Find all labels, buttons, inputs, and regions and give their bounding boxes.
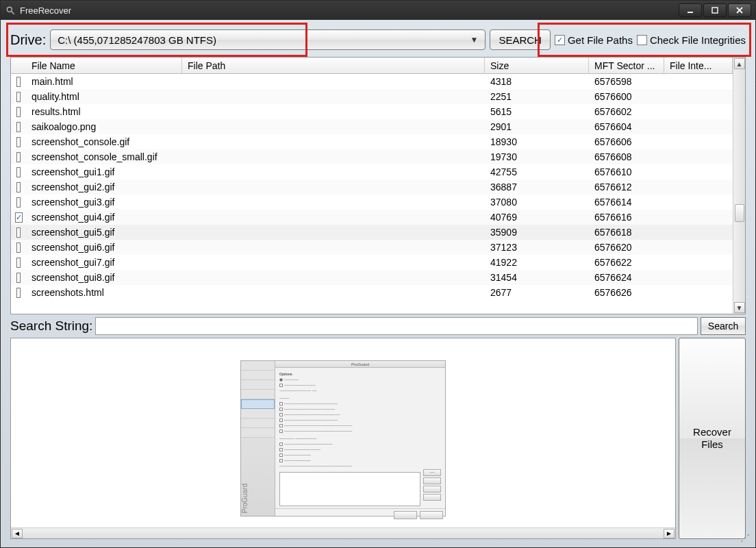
scroll-up-icon[interactable]: ▲	[734, 58, 745, 69]
table-row[interactable]: screenshot_console_small.gif197306576608	[11, 149, 733, 164]
row-checkbox[interactable]	[16, 258, 21, 268]
col-file-path[interactable]: File Path	[182, 58, 485, 73]
cell-file-name: screenshot_gui4.gif	[26, 212, 182, 223]
drive-combo[interactable]: C:\ (455,071285247803 GB NTFS) ▼	[50, 29, 486, 50]
cell-mft: 6576602	[589, 106, 664, 117]
cell-mft: 6576610	[589, 166, 664, 177]
row-checkbox[interactable]	[16, 182, 21, 192]
table-row[interactable]: screenshot_gui2.gif368876576612	[11, 179, 733, 195]
row-checkbox[interactable]	[16, 273, 21, 283]
cell-size: 37123	[485, 242, 589, 253]
row-checkbox[interactable]	[16, 122, 21, 132]
window-title: FreeRecover	[20, 5, 675, 16]
scrollbar-thumb[interactable]	[735, 204, 744, 222]
table-row[interactable]: screenshots.html26776576626	[11, 285, 733, 300]
cell-file-name: quality.html	[26, 91, 182, 102]
cell-mft: 6576604	[589, 121, 664, 132]
recover-files-button[interactable]: Recover Files	[679, 338, 746, 539]
cell-file-name: screenshot_gui3.gif	[26, 197, 182, 208]
client-area: Drive: C:\ (455,071285247803 GB NTFS) ▼ …	[3, 23, 753, 543]
cell-size: 40769	[485, 212, 589, 223]
table-row[interactable]: screenshot_console.gif189306576606	[11, 134, 733, 149]
cell-file-name: screenshot_gui5.gif	[26, 227, 182, 238]
cell-file-name: screenshots.html	[26, 287, 182, 298]
col-file-name[interactable]: File Name	[26, 58, 182, 73]
search-drive-button[interactable]: SEARCH	[490, 29, 551, 50]
cell-size: 37080	[485, 197, 589, 208]
maximize-button[interactable]	[703, 3, 727, 17]
search-string-bar: Search String: Search	[10, 317, 746, 335]
table-header: File Name File Path Size MFT Sector ... …	[11, 58, 733, 74]
get-file-paths-label: Get File Paths	[568, 34, 633, 46]
cell-mft: 6576608	[589, 151, 664, 162]
table-row[interactable]: main.html43186576598	[11, 74, 733, 89]
chevron-down-icon: ▼	[470, 35, 478, 45]
cell-mft: 6576618	[589, 227, 664, 238]
cell-file-name: screenshot_console.gif	[26, 136, 182, 147]
table-row[interactable]: screenshot_gui1.gif427556576610	[11, 164, 733, 179]
drive-label: Drive:	[10, 32, 46, 48]
cell-size: 35909	[485, 227, 589, 238]
search-string-input[interactable]	[95, 317, 698, 335]
cell-size: 18930	[485, 136, 589, 147]
row-checkbox[interactable]	[16, 152, 21, 162]
vertical-scrollbar[interactable]: ▲ ▼	[733, 58, 745, 314]
row-checkbox[interactable]	[16, 137, 21, 147]
horizontal-scrollbar[interactable]: ◄ ►	[11, 527, 675, 538]
cell-mft: 6576612	[589, 182, 664, 192]
scroll-down-icon[interactable]: ▼	[734, 302, 745, 313]
table-row[interactable]: screenshot_gui7.gif419226576622	[11, 255, 733, 270]
row-checkbox[interactable]	[16, 197, 21, 208]
app-icon	[5, 5, 16, 16]
cell-file-name: screenshot_gui6.gif	[26, 242, 182, 253]
cell-file-name: screenshot_gui2.gif	[26, 182, 182, 192]
table-row[interactable]: quality.html22516576600	[11, 89, 733, 104]
row-checkbox[interactable]	[16, 107, 21, 117]
lower-panel: ProGuard ProGuard Options ────── ───────…	[10, 338, 746, 539]
table-row[interactable]: ✓screenshot_gui4.gif407696576616	[11, 210, 733, 225]
get-file-paths-checkbox[interactable]: ✓ Get File Paths	[555, 34, 633, 46]
col-file-integrity[interactable]: File Inte...	[664, 58, 733, 73]
cell-size: 36887	[485, 182, 589, 192]
cell-file-name: saikoalogo.png	[26, 121, 182, 132]
cell-size: 42755	[485, 166, 589, 177]
svg-rect-3	[712, 8, 718, 13]
scroll-left-icon[interactable]: ◄	[12, 529, 23, 538]
check-file-integrities-checkbox[interactable]: Check File Integrities	[637, 34, 746, 46]
cell-mft: 6576616	[589, 212, 664, 223]
row-checkbox[interactable]	[16, 167, 21, 177]
search-string-button[interactable]: Search	[701, 317, 746, 335]
cell-mft: 6576598	[589, 76, 664, 87]
cell-file-name: screenshot_gui7.gif	[26, 257, 182, 268]
svg-line-1	[12, 12, 14, 14]
col-mft-sector[interactable]: MFT Sector ...	[589, 58, 664, 73]
table-row[interactable]: results.html56156576602	[11, 104, 733, 119]
cell-size: 19730	[485, 151, 589, 162]
minimize-button[interactable]	[679, 3, 702, 17]
row-checkbox[interactable]	[16, 92, 21, 102]
search-string-label: Search String:	[10, 319, 92, 334]
close-button[interactable]	[728, 3, 751, 17]
cell-size: 41922	[485, 257, 589, 268]
col-size[interactable]: Size	[485, 58, 589, 73]
cell-mft: 6576626	[589, 287, 664, 298]
table-row[interactable]: screenshot_gui5.gif359096576618	[11, 225, 733, 240]
resize-grip-icon[interactable]: ⋰	[740, 532, 750, 542]
scroll-right-icon[interactable]: ►	[664, 529, 675, 538]
row-checkbox[interactable]: ✓	[15, 212, 23, 223]
table-row[interactable]: saikoalogo.png29016576604	[11, 119, 733, 134]
row-checkbox[interactable]	[16, 77, 21, 87]
cell-file-name: screenshot_gui1.gif	[26, 166, 182, 177]
row-checkbox[interactable]	[16, 288, 21, 298]
row-checkbox[interactable]	[16, 242, 21, 253]
titlebar: FreeRecover	[1, 1, 755, 20]
row-checkbox[interactable]	[16, 227, 21, 238]
table-row[interactable]: screenshot_gui8.gif314546576624	[11, 270, 733, 285]
table-row[interactable]: screenshot_gui6.gif371236576620	[11, 240, 733, 255]
preview-title: ProGuard	[275, 361, 445, 368]
table-row[interactable]: screenshot_gui3.gif370806576614	[11, 195, 733, 210]
preview-image: ProGuard ProGuard Options ────── ───────…	[240, 360, 446, 516]
cell-file-name: results.html	[26, 106, 182, 117]
cell-size: 4318	[485, 76, 589, 87]
check-file-integrities-label: Check File Integrities	[650, 34, 746, 46]
